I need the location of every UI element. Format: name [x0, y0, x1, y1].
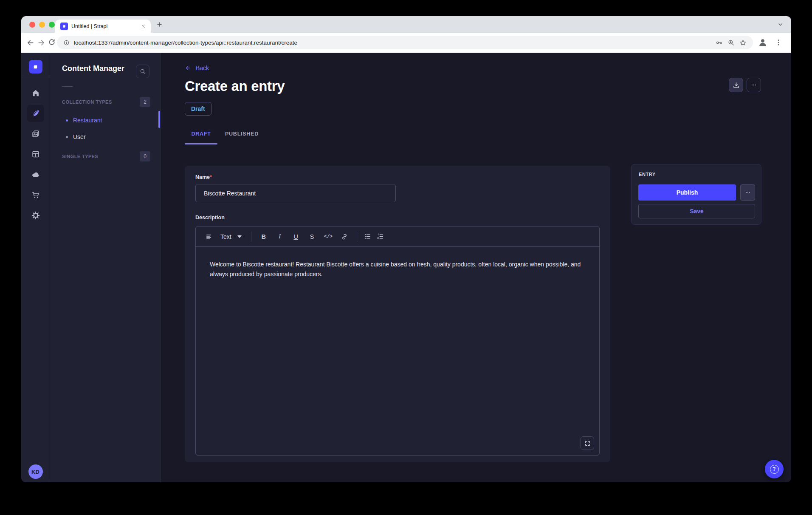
- single-types-count-badge: 0: [140, 151, 150, 161]
- minimize-window-button[interactable]: [39, 22, 45, 28]
- sidebar-item-user[interactable]: User: [66, 129, 86, 144]
- media-library-icon: [31, 129, 40, 139]
- strapi-logo[interactable]: [29, 60, 42, 74]
- forward-icon[interactable]: [37, 38, 46, 47]
- restaurant-label: Restaurant: [73, 117, 102, 124]
- italic-button[interactable]: I: [273, 230, 286, 243]
- cart-icon: [31, 190, 40, 200]
- sidebar-item-settings[interactable]: [27, 207, 44, 224]
- publish-button[interactable]: Publish: [638, 184, 736, 201]
- paragraph-style-icon[interactable]: [203, 230, 215, 243]
- editor-toolbar: Text B I U S </>: [196, 226, 599, 247]
- underline-button[interactable]: U: [290, 230, 302, 243]
- primary-sidebar: KD: [21, 53, 50, 482]
- name-input[interactable]: [195, 184, 396, 202]
- browser-menu-icon[interactable]: [774, 38, 783, 47]
- arrow-left-icon: [185, 65, 192, 71]
- browser-window: Untitled | Strapi localhost:1337/admin/c…: [21, 16, 791, 482]
- home-icon: [31, 88, 40, 98]
- entry-more-button[interactable]: [740, 184, 755, 201]
- more-actions-button[interactable]: [747, 78, 761, 92]
- feather-icon: [31, 109, 40, 118]
- bookmark-star-icon[interactable]: [739, 39, 747, 47]
- block-type-value: Text: [220, 233, 231, 240]
- password-key-icon[interactable]: [715, 39, 723, 47]
- url-bar[interactable]: localhost:1337/admin/content-manager/col…: [57, 36, 753, 49]
- page-title: Create an entry: [185, 78, 285, 94]
- tab-close-icon[interactable]: [140, 23, 147, 30]
- description-field-label: Description: [195, 215, 225, 221]
- save-button[interactable]: Save: [638, 204, 755, 218]
- traffic-lights: [29, 22, 55, 28]
- rich-text-editor: Text B I U S </>: [195, 226, 600, 456]
- single-types-label: SINGLE TYPES: [62, 154, 98, 159]
- back-label: Back: [196, 65, 209, 71]
- name-field-label: Name*: [195, 174, 212, 180]
- bulleted-list-icon: [364, 232, 372, 241]
- sidebar-item-media-library[interactable]: [27, 125, 44, 142]
- bullet-icon: [66, 136, 68, 138]
- chevron-down-icon: [237, 235, 242, 238]
- export-button[interactable]: [729, 78, 743, 92]
- question-mark-icon: ?: [770, 465, 779, 474]
- sidebar-item-content-manager[interactable]: [27, 105, 44, 122]
- search-button[interactable]: [136, 65, 149, 78]
- numbered-list-icon: [376, 232, 384, 241]
- required-mark: *: [210, 174, 212, 180]
- download-icon: [732, 81, 740, 89]
- tab-draft[interactable]: DRAFT: [185, 131, 217, 137]
- url-text[interactable]: localhost:1337/admin/content-manager/col…: [74, 40, 711, 46]
- back-icon[interactable]: [26, 38, 35, 47]
- block-type-dropdown[interactable]: Text: [215, 230, 247, 243]
- sidebar-item-restaurant[interactable]: Restaurant: [66, 113, 102, 128]
- link-button[interactable]: [338, 230, 351, 243]
- main-content: Back Create an entry Draft DRAFT PUBLISH…: [161, 53, 791, 482]
- strikethrough-button[interactable]: S: [306, 230, 319, 243]
- gear-icon: [31, 211, 40, 220]
- content-manager-title: Content Manager: [62, 64, 124, 73]
- zoom-in-icon[interactable]: [727, 39, 735, 47]
- entry-panel-title: ENTRY: [639, 172, 656, 177]
- expand-editor-button[interactable]: [581, 436, 594, 450]
- content-manager-sidebar: Content Manager COLLECTION TYPES 2 Resta…: [50, 53, 161, 482]
- tab-strip: Untitled | Strapi: [21, 16, 791, 33]
- collection-types-header: COLLECTION TYPES 2: [62, 97, 150, 107]
- sidebar-item-marketplace[interactable]: [27, 187, 44, 204]
- help-button[interactable]: ?: [765, 460, 784, 478]
- status-badge: Draft: [185, 102, 211, 116]
- bulleted-list-button[interactable]: [361, 230, 374, 243]
- maximize-window-button[interactable]: [49, 22, 55, 28]
- bold-button[interactable]: B: [257, 230, 270, 243]
- sidebar-item-home[interactable]: [27, 85, 44, 102]
- active-item-indicator: [158, 111, 160, 128]
- close-window-button[interactable]: [29, 22, 35, 28]
- tab-published[interactable]: PUBLISHED: [225, 131, 259, 137]
- editor-content[interactable]: Welcome to Biscotte restaurant! Restaura…: [196, 247, 599, 288]
- new-tab-button[interactable]: [156, 21, 163, 28]
- sidebar-item-deploy[interactable]: [27, 166, 44, 183]
- sidebar-divider: [21, 78, 50, 78]
- collection-types-count-badge: 2: [140, 97, 150, 107]
- back-link[interactable]: Back: [185, 65, 209, 71]
- layout-icon: [31, 150, 40, 159]
- browser-tab[interactable]: Untitled | Strapi: [55, 20, 151, 33]
- tab-title: Untitled | Strapi: [71, 23, 136, 29]
- code-button[interactable]: </>: [322, 230, 335, 243]
- numbered-list-button[interactable]: [374, 230, 387, 243]
- site-info-icon: [63, 39, 70, 46]
- single-types-header: SINGLE TYPES 0: [62, 151, 150, 161]
- link-icon: [341, 233, 348, 241]
- browser-profile-icon[interactable]: [757, 37, 768, 48]
- tab-search-chevron-icon[interactable]: [777, 21, 784, 28]
- search-icon: [139, 68, 146, 75]
- entry-panel: ENTRY Publish Save: [631, 164, 761, 225]
- reload-icon[interactable]: [48, 38, 56, 47]
- user-avatar[interactable]: KD: [28, 464, 43, 479]
- section-divider: [62, 86, 73, 87]
- strapi-favicon: [60, 23, 68, 30]
- sidebar-item-content-type-builder[interactable]: [27, 146, 44, 163]
- bullet-icon: [66, 119, 68, 122]
- browser-toolbar: localhost:1337/admin/content-manager/col…: [21, 33, 791, 53]
- user-label: User: [73, 133, 86, 140]
- toolbar-separator: [251, 232, 251, 242]
